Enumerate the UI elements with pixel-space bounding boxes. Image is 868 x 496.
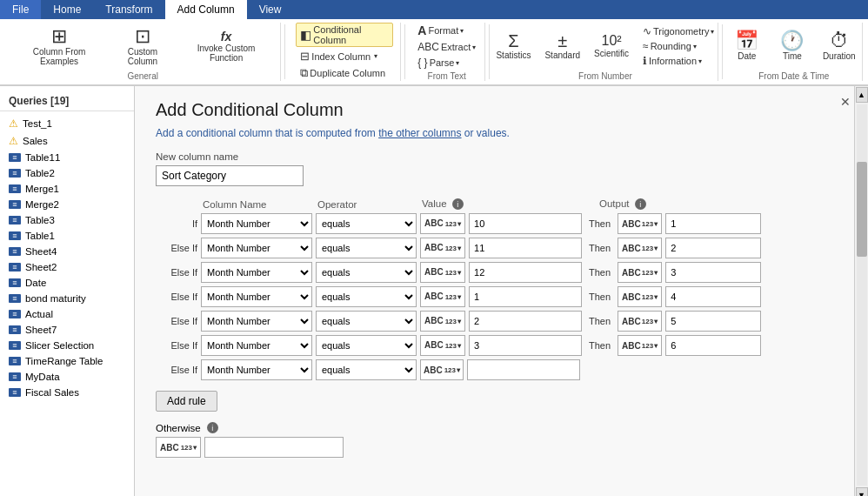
extract-button[interactable]: ABC Extract ▾: [413, 40, 480, 54]
rule-output-type-2[interactable]: ABC 123 ▾: [618, 262, 662, 283]
rule-output-input-5[interactable]: [665, 335, 761, 356]
sidebar-item-slicer[interactable]: ≡ Slicer Selection: [0, 338, 134, 353]
otherwise-value-input[interactable]: [204, 437, 344, 458]
rule-value-input-3[interactable]: [469, 286, 582, 307]
tab-transform[interactable]: Transform: [93, 0, 164, 19]
rule-value-input-4[interactable]: [469, 311, 582, 332]
scroll-thumb[interactable]: [857, 162, 867, 258]
rule-output-input-1[interactable]: [665, 238, 761, 258]
duration-button[interactable]: ⏱ Duration: [818, 29, 860, 64]
sidebar-item-table11[interactable]: ≡ Table11: [0, 150, 134, 165]
rule-output-input-3[interactable]: [665, 286, 761, 307]
otherwise-section: Otherwise i ABC123▾: [156, 422, 847, 458]
rounding-button[interactable]: ≈ Rounding ▾: [638, 39, 718, 53]
rule-col-select-3[interactable]: Month Number: [201, 286, 312, 307]
close-button[interactable]: ✕: [840, 95, 851, 109]
date-button[interactable]: 📅 Date: [728, 29, 766, 64]
sidebar-item-test1[interactable]: ⚠ Test_1: [0, 115, 134, 132]
rule-col-select-4[interactable]: Month Number: [201, 311, 312, 332]
rule-type-badge-4[interactable]: ABC 123 ▾: [420, 311, 465, 332]
sidebar-item-merge2[interactable]: ≡ Merge2: [0, 197, 134, 212]
rule-value-input-0[interactable]: [469, 213, 582, 234]
sidebar-item-timerange[interactable]: ≡ TimeRange Table: [0, 353, 134, 369]
rule-output-type-5[interactable]: ABC 123 ▾: [618, 335, 662, 356]
tab-add-column[interactable]: Add Column: [165, 0, 247, 19]
rule-output-type-1[interactable]: ABC 123 ▾: [618, 238, 662, 258]
trigonometry-button[interactable]: ∿ Trigonometry ▾: [638, 24, 718, 38]
information-icon: ℹ: [643, 56, 647, 66]
conditional-column-button[interactable]: ◧ Conditional Column: [296, 23, 393, 47]
rule-output-type-0[interactable]: ABC 123 ▾: [618, 213, 662, 234]
rule-col-select-2[interactable]: Month Number: [201, 262, 312, 283]
scroll-down-button[interactable]: ▼: [856, 487, 868, 496]
table-icon-fiscal: ≡: [9, 388, 21, 397]
column-name-input[interactable]: [156, 165, 304, 186]
time-button[interactable]: 🕐 Time: [773, 29, 811, 64]
rule-value-input-5[interactable]: [469, 335, 582, 356]
rule-output-input-0[interactable]: [665, 213, 761, 234]
column-from-examples-button[interactable]: ⊞ Column From Examples: [12, 24, 106, 69]
sidebar-item-sheet7[interactable]: ≡ Sheet7: [0, 322, 134, 338]
invoke-custom-function-button[interactable]: fx Invoke Custom Function: [179, 28, 274, 65]
rule-output-type-3[interactable]: ABC 123 ▾: [618, 286, 662, 307]
scientific-button[interactable]: 10² Scientific: [590, 31, 633, 61]
statistics-button[interactable]: Σ Statistics: [491, 30, 535, 63]
rule-op-select-0[interactable]: equals: [316, 213, 417, 234]
sidebar-item-table3[interactable]: ≡ Table3: [0, 212, 134, 228]
rule-type-badge-0[interactable]: ABC 123 ▾: [420, 213, 465, 234]
rule-col-select-5[interactable]: Month Number: [201, 335, 312, 356]
tab-file[interactable]: File: [0, 0, 41, 19]
sidebar-item-bond-maturity[interactable]: ≡ bond maturity: [0, 291, 134, 306]
rule-type-badge-3[interactable]: ABC 123 ▾: [420, 286, 465, 307]
from-number-content: Σ Statistics ± Standard 10² Scientific ∿…: [491, 23, 718, 70]
rule-col-select-0[interactable]: Month Number: [201, 213, 312, 234]
partial-col-select[interactable]: Month Number: [201, 359, 312, 380]
sidebar-item-mydata[interactable]: ≡ MyData: [0, 369, 134, 385]
sidebar-item-table2[interactable]: ≡ Table2: [0, 165, 134, 181]
table-icon-slicer: ≡: [9, 341, 21, 350]
rule-output-type-4[interactable]: ABC 123 ▾: [618, 311, 662, 332]
rule-value-input-2[interactable]: [469, 262, 582, 283]
tab-view[interactable]: View: [247, 0, 294, 19]
rule-row-4: Else If Month Number equals ABC 123 ▾ Th…: [156, 311, 847, 332]
add-rule-button[interactable]: Add rule: [156, 391, 217, 412]
sidebar-item-merge1[interactable]: ≡ Merge1: [0, 181, 134, 197]
sidebar-label-actual: Actual: [25, 309, 53, 319]
rule-col-select-1[interactable]: Month Number: [201, 238, 312, 258]
duplicate-column-button[interactable]: ⧉ Duplicate Column: [296, 65, 393, 80]
dialog-description: Add a conditional column that is compute…: [156, 127, 847, 139]
rule-op-select-3[interactable]: equals: [316, 286, 417, 307]
partial-type-badge[interactable]: ABC123▾: [420, 359, 464, 380]
rule-op-select-5[interactable]: equals: [316, 335, 417, 356]
sidebar-item-table1[interactable]: ≡ Table1: [0, 228, 134, 244]
index-column-button[interactable]: ⊟ Index Column ▾: [296, 49, 393, 64]
rule-op-select-4[interactable]: equals: [316, 311, 417, 332]
sidebar-item-actual[interactable]: ≡ Actual: [0, 306, 134, 322]
tab-home[interactable]: Home: [41, 0, 93, 19]
rule-op-select-2[interactable]: equals: [316, 262, 417, 283]
standard-button[interactable]: ± Standard: [540, 30, 584, 63]
rule-type-badge-1[interactable]: ABC 123 ▾: [420, 238, 465, 258]
rule-output-input-2[interactable]: [665, 262, 761, 283]
information-button[interactable]: ℹ Information ▾: [638, 54, 718, 68]
format-button[interactable]: A Format ▾: [413, 23, 468, 38]
sidebar-item-date[interactable]: ≡ Date: [0, 275, 134, 291]
rules-area: Column Name Operator Value i Output i If…: [156, 198, 847, 380]
scroll-up-button[interactable]: ▲: [856, 87, 868, 103]
sidebar-label-sheet2: Sheet2: [25, 262, 57, 272]
rule-type-badge-5[interactable]: ABC 123 ▾: [420, 335, 465, 356]
rule-output-input-4[interactable]: [665, 311, 761, 332]
rule-type-badge-2[interactable]: ABC 123 ▾: [420, 262, 465, 283]
rule-value-input-1[interactable]: [469, 238, 582, 258]
partial-value-input[interactable]: [467, 359, 580, 380]
otherwise-type-badge[interactable]: ABC123▾: [156, 437, 201, 458]
sidebar-item-sheet2[interactable]: ≡ Sheet2: [0, 259, 134, 275]
custom-column-button[interactable]: ⊡ Custom Column: [110, 24, 176, 69]
partial-op-select[interactable]: equals: [316, 359, 417, 380]
sidebar-item-fiscal[interactable]: ≡ Fiscal Sales: [0, 385, 134, 400]
parse-button[interactable]: { } Parse ▾: [413, 56, 464, 70]
rule-row-3: Else If Month Number equals ABC 123 ▾ Th…: [156, 286, 847, 307]
rule-op-select-1[interactable]: equals: [316, 238, 417, 258]
sidebar-item-sales[interactable]: ⚠ Sales: [0, 132, 134, 150]
sidebar-item-sheet4[interactable]: ≡ Sheet4: [0, 244, 134, 259]
